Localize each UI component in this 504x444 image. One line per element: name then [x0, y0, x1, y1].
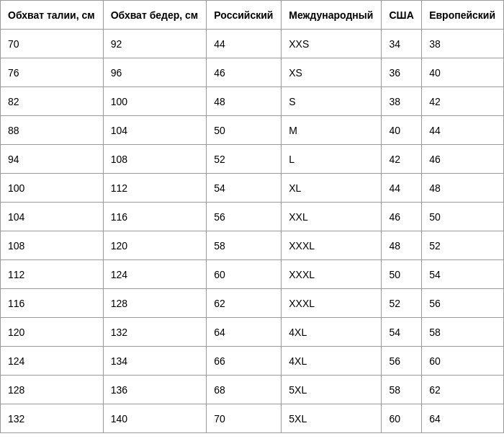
- cell-r2-c3: S: [282, 87, 382, 116]
- cell-r13-c1: 140: [103, 404, 207, 433]
- cell-r12-c0: 128: [1, 376, 104, 404]
- cell-r1-c1: 96: [103, 58, 207, 87]
- column-header-3: Международный: [282, 1, 382, 30]
- table-row: 709244XXS3438: [1, 30, 504, 58]
- column-header-0: Обхват талии, см: [1, 1, 104, 30]
- cell-r6-c1: 116: [103, 203, 207, 231]
- cell-r13-c4: 60: [382, 404, 422, 433]
- cell-r8-c1: 124: [103, 260, 207, 289]
- table-row: 9410852L4246: [1, 145, 504, 174]
- cell-r6-c3: XXL: [282, 203, 382, 231]
- cell-r12-c4: 58: [382, 376, 422, 404]
- cell-r11-c1: 134: [103, 347, 207, 376]
- cell-r3-c1: 104: [103, 116, 207, 145]
- table-row: 124134664XL5660: [1, 347, 504, 376]
- cell-r4-c0: 94: [1, 145, 104, 174]
- cell-r6-c5: 50: [422, 203, 504, 231]
- header-row: Обхват талии, смОбхват бедер, смРоссийск…: [1, 1, 504, 30]
- cell-r4-c3: L: [282, 145, 382, 174]
- cell-r0-c3: XXS: [282, 30, 382, 58]
- cell-r0-c2: 44: [207, 30, 282, 58]
- cell-r6-c4: 46: [382, 203, 422, 231]
- cell-r10-c0: 120: [1, 318, 104, 347]
- cell-r9-c0: 116: [1, 289, 104, 318]
- cell-r8-c4: 50: [382, 260, 422, 289]
- cell-r2-c1: 100: [103, 87, 207, 116]
- cell-r9-c2: 62: [207, 289, 282, 318]
- cell-r4-c2: 52: [207, 145, 282, 174]
- table-row: 769646XS3640: [1, 58, 504, 87]
- cell-r13-c3: 5XL: [282, 404, 382, 433]
- cell-r9-c1: 128: [103, 289, 207, 318]
- cell-r0-c4: 34: [382, 30, 422, 58]
- cell-r5-c2: 54: [207, 174, 282, 203]
- cell-r4-c4: 42: [382, 145, 422, 174]
- cell-r8-c2: 60: [207, 260, 282, 289]
- cell-r11-c3: 4XL: [282, 347, 382, 376]
- cell-r8-c0: 112: [1, 260, 104, 289]
- cell-r7-c5: 52: [422, 231, 504, 260]
- cell-r13-c5: 64: [422, 404, 504, 433]
- cell-r9-c3: XXXL: [282, 289, 382, 318]
- cell-r5-c1: 112: [103, 174, 207, 203]
- size-chart: Обхват талии, смОбхват бедер, смРоссийск…: [0, 0, 504, 433]
- cell-r2-c5: 42: [422, 87, 504, 116]
- cell-r8-c3: XXXL: [282, 260, 382, 289]
- cell-r10-c3: 4XL: [282, 318, 382, 347]
- cell-r11-c5: 60: [422, 347, 504, 376]
- cell-r3-c0: 88: [1, 116, 104, 145]
- cell-r3-c4: 40: [382, 116, 422, 145]
- cell-r2-c4: 38: [382, 87, 422, 116]
- cell-r2-c0: 82: [1, 87, 104, 116]
- cell-r1-c4: 36: [382, 58, 422, 87]
- cell-r12-c1: 136: [103, 376, 207, 404]
- table-row: 128136685XL5862: [1, 376, 504, 404]
- cell-r1-c0: 76: [1, 58, 104, 87]
- table-body: 709244XXS3438769646XS36408210048S3842881…: [1, 30, 504, 433]
- cell-r0-c5: 38: [422, 30, 504, 58]
- cell-r3-c2: 50: [207, 116, 282, 145]
- table-row: 120132644XL5458: [1, 318, 504, 347]
- cell-r5-c3: XL: [282, 174, 382, 203]
- cell-r11-c4: 56: [382, 347, 422, 376]
- cell-r8-c5: 54: [422, 260, 504, 289]
- table-row: 8210048S3842: [1, 87, 504, 116]
- cell-r7-c0: 108: [1, 231, 104, 260]
- cell-r1-c3: XS: [282, 58, 382, 87]
- cell-r10-c2: 64: [207, 318, 282, 347]
- column-header-2: Российский: [207, 1, 282, 30]
- column-header-4: США: [382, 1, 422, 30]
- cell-r10-c1: 132: [103, 318, 207, 347]
- cell-r0-c1: 92: [103, 30, 207, 58]
- cell-r13-c2: 70: [207, 404, 282, 433]
- cell-r2-c2: 48: [207, 87, 282, 116]
- cell-r12-c2: 68: [207, 376, 282, 404]
- cell-r7-c2: 58: [207, 231, 282, 260]
- cell-r10-c5: 58: [422, 318, 504, 347]
- table-row: 8810450M4044: [1, 116, 504, 145]
- cell-r11-c0: 124: [1, 347, 104, 376]
- cell-r6-c0: 104: [1, 203, 104, 231]
- cell-r3-c3: M: [282, 116, 382, 145]
- table-row: 11212460XXXL5054: [1, 260, 504, 289]
- cell-r0-c0: 70: [1, 30, 104, 58]
- cell-r13-c0: 132: [1, 404, 104, 433]
- cell-r4-c1: 108: [103, 145, 207, 174]
- cell-r3-c5: 44: [422, 116, 504, 145]
- cell-r9-c4: 52: [382, 289, 422, 318]
- table-row: 10011254XL4448: [1, 174, 504, 203]
- cell-r4-c5: 46: [422, 145, 504, 174]
- cell-r12-c5: 62: [422, 376, 504, 404]
- table-row: 10812058XXXL4852: [1, 231, 504, 260]
- cell-r5-c5: 48: [422, 174, 504, 203]
- cell-r5-c0: 100: [1, 174, 104, 203]
- table-row: 10411656XXL4650: [1, 203, 504, 231]
- cell-r7-c1: 120: [103, 231, 207, 260]
- cell-r7-c4: 48: [382, 231, 422, 260]
- cell-r6-c2: 56: [207, 203, 282, 231]
- column-header-5: Европейский: [422, 1, 504, 30]
- cell-r10-c4: 54: [382, 318, 422, 347]
- cell-r12-c3: 5XL: [282, 376, 382, 404]
- cell-r5-c4: 44: [382, 174, 422, 203]
- table-row: 132140705XL6064: [1, 404, 504, 433]
